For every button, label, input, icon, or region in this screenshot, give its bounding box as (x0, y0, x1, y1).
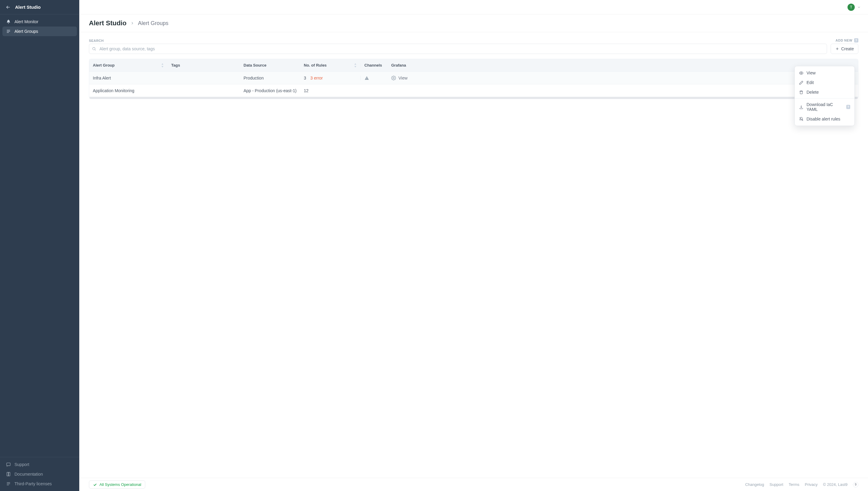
svg-point-1 (92, 47, 95, 50)
cell-data-source: App - Production (us-east-1) (240, 88, 300, 93)
list-icon (6, 29, 11, 34)
brand-logo: 9 (853, 482, 858, 487)
horizontal-scrollbar[interactable] (89, 97, 858, 99)
sidebar-footer-documentation[interactable]: Documentation (2, 469, 77, 479)
sidebar-item-label: Alert Groups (15, 29, 38, 34)
col-header-data-source[interactable]: Data Source (240, 63, 300, 67)
sidebar-footer-label: Support (15, 462, 29, 467)
ctx-view[interactable]: View (795, 68, 855, 78)
create-button[interactable]: Create (831, 44, 858, 54)
row-context-menu: View Edit Delete (794, 66, 855, 126)
status-pill[interactable]: All Systems Operational (89, 481, 145, 489)
search-input[interactable] (89, 44, 827, 54)
svg-rect-0 (7, 463, 10, 466)
bell-icon (6, 19, 11, 24)
sidebar-nav: Alert Monitor Alert Groups (0, 15, 79, 457)
breadcrumb-current: Alert Groups (138, 20, 168, 27)
cell-group: Application Monitoring (89, 88, 168, 93)
download-icon (799, 105, 804, 109)
table-header: Alert Group Tags Data Source No. of Rule… (89, 59, 858, 72)
warning-triangle-icon (364, 76, 369, 80)
page-footer: All Systems Operational Changelog Suppor… (79, 478, 868, 491)
check-icon (93, 483, 97, 487)
copyright-text: © 2024, Last9 (823, 482, 847, 487)
topbar: T (79, 0, 868, 15)
ctx-delete[interactable]: Delete (795, 87, 855, 97)
search-icon (92, 47, 96, 51)
grafana-view-link[interactable]: View (398, 76, 408, 80)
cell-grafana (388, 87, 858, 94)
grafana-icon (391, 76, 396, 80)
svg-point-6 (801, 72, 802, 74)
search-group: SEARCH (89, 39, 827, 54)
footer-link-privacy[interactable]: Privacy (805, 482, 818, 487)
pencil-icon (799, 80, 804, 85)
ctx-edit[interactable]: Edit (795, 78, 855, 87)
col-header-channels[interactable]: Channels (361, 63, 388, 67)
chat-icon (6, 462, 11, 467)
cell-channels (361, 76, 388, 80)
sidebar-title: Alert Studio (15, 4, 41, 10)
col-header-group[interactable]: Alert Group (89, 63, 168, 67)
sidebar: Alert Studio Alert Monitor Alert Groups (0, 0, 79, 491)
table-row[interactable]: Infra Alert Production 3 3 error (89, 72, 858, 84)
rules-error-text: 3 error (310, 76, 323, 80)
cell-group: Infra Alert (89, 76, 168, 80)
footer-link-changelog[interactable]: Changelog (745, 482, 764, 487)
cell-rules: 12 (300, 88, 361, 93)
sidebar-footer-label: Documentation (15, 472, 43, 476)
addnew-label: ADD NEW ? (836, 38, 858, 42)
main: T Alert Studio Alert Groups SEARCH (79, 0, 868, 491)
footer-link-terms[interactable]: Terms (789, 482, 799, 487)
breadcrumb-root[interactable]: Alert Studio (89, 19, 127, 27)
sidebar-footer-label: Third-Party licenses (15, 481, 52, 486)
addnew-group: ADD NEW ? Create (831, 38, 858, 54)
bell-off-icon (799, 117, 804, 121)
col-header-tags[interactable]: Tags (168, 63, 240, 67)
sidebar-header: Alert Studio (0, 0, 79, 15)
breadcrumb: Alert Studio Alert Groups (79, 15, 868, 32)
chevron-right-icon (130, 21, 134, 25)
back-arrow-icon[interactable] (5, 4, 11, 10)
svg-rect-7 (800, 91, 803, 94)
create-button-label: Create (841, 47, 854, 51)
footer-link-support[interactable]: Support (769, 482, 783, 487)
cell-rules: 3 3 error (300, 76, 361, 80)
help-badge-icon[interactable]: ? (846, 105, 850, 109)
user-avatar[interactable]: T (847, 4, 855, 11)
help-badge-icon[interactable]: ? (854, 38, 858, 42)
sidebar-item-alert-groups[interactable]: Alert Groups (2, 27, 77, 36)
ctx-disable-rules[interactable]: Disable alert rules (795, 114, 855, 124)
book-icon (6, 472, 11, 476)
sidebar-item-alert-monitor[interactable]: Alert Monitor (2, 17, 77, 27)
eye-icon (799, 71, 804, 75)
trash-icon (799, 90, 804, 94)
sidebar-footer-licenses[interactable]: Third-Party licenses (2, 479, 77, 489)
status-text: All Systems Operational (100, 482, 141, 487)
sort-icon (161, 63, 164, 67)
content: SEARCH ADD NEW ? Create (79, 32, 868, 478)
footer-links: Changelog Support Terms Privacy © 2024, … (745, 482, 858, 487)
ctx-download-iac[interactable]: Download IaC YAML ? (795, 100, 855, 114)
alert-groups-table: Alert Group Tags Data Source No. of Rule… (89, 59, 858, 99)
cell-grafana: View (388, 75, 858, 81)
toolbar: SEARCH ADD NEW ? Create (89, 38, 858, 54)
menu-separator (795, 98, 855, 98)
table-row[interactable]: Application Monitoring App - Production … (89, 84, 858, 97)
sidebar-footer-support[interactable]: Support (2, 460, 77, 469)
svg-point-2 (393, 78, 394, 79)
col-header-rules[interactable]: No. of Rules (300, 63, 361, 67)
list-icon (6, 481, 11, 486)
search-label: SEARCH (89, 39, 827, 42)
sidebar-item-label: Alert Monitor (15, 19, 38, 24)
sidebar-footer: Support Documentation Third-Party licens… (0, 457, 79, 491)
cell-data-source: Production (240, 76, 300, 80)
chevron-down-icon[interactable] (857, 5, 861, 9)
sort-icon (354, 63, 357, 67)
col-header-grafana[interactable]: Grafana (388, 63, 858, 67)
